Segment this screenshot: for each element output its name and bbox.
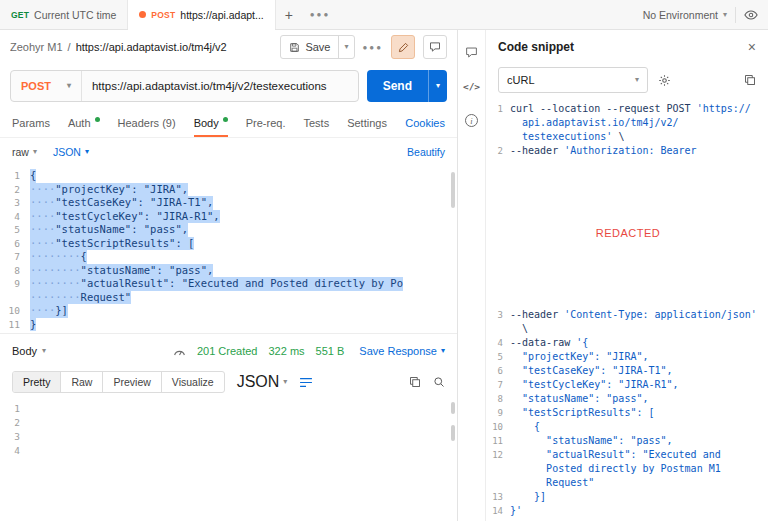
send-options-button[interactable]: ▾: [428, 70, 447, 102]
editor-scrollbar[interactable]: [451, 172, 455, 208]
request-tab-post-active[interactable]: POST https://api.adapt...: [128, 0, 275, 29]
editor-line: 9········"actualResult": "Executed and P…: [0, 277, 457, 291]
code-line: 12 "actualResult": "Executed and: [492, 448, 764, 462]
request-body-editor[interactable]: 1{2····"projectKey": "JIRA",3····"testCa…: [0, 166, 457, 333]
response-line: 2: [0, 416, 457, 430]
code-line: 8 "statusName": "pass",: [492, 392, 764, 406]
response-body-dropdown[interactable]: Body ▾: [12, 345, 46, 357]
line-number: 1: [0, 402, 30, 416]
code-snippet-panel: Code snippet × cURL ▾ 1curl --location: [486, 30, 768, 521]
response-status-badge[interactable]: 201 Created: [197, 345, 258, 357]
environment-selector[interactable]: No Environment ▾: [643, 9, 727, 21]
code-line: 14}': [492, 504, 764, 518]
comments-panel-toggle[interactable]: [423, 35, 447, 59]
breadcrumb-separator: /: [68, 41, 71, 53]
response-time[interactable]: 322 ms: [268, 345, 304, 357]
edit-panel-toggle[interactable]: [391, 35, 415, 59]
line-text: {: [30, 169, 36, 183]
editor-line: 11}: [0, 318, 457, 332]
line-text: Request": [510, 476, 594, 490]
save-options-button[interactable]: ▾: [339, 36, 353, 58]
line-number: 9: [0, 277, 30, 291]
response-scrollbar-mark[interactable]: [451, 425, 455, 441]
editor-line: 7········{: [0, 250, 457, 264]
response-tab-preview[interactable]: Preview: [102, 372, 160, 392]
body-language-dropdown[interactable]: JSON ▾: [53, 146, 89, 158]
response-size[interactable]: 551 B: [316, 345, 345, 357]
line-text: ····"testCaseKey": "JIRA-T1",: [30, 196, 213, 210]
line-text: "statusName": "pass",: [510, 392, 648, 406]
editor-line: 10····}]: [0, 304, 457, 318]
request-tab-get-utc[interactable]: GET Current UTC time: [0, 0, 128, 29]
network-gauge-icon[interactable]: [173, 345, 186, 356]
chevron-down-icon: ▾: [42, 347, 46, 355]
copy-response-icon[interactable]: [409, 376, 421, 388]
response-tab-visualize[interactable]: Visualize: [161, 372, 224, 392]
new-tab-button[interactable]: +: [276, 0, 302, 29]
code-snippet-body[interactable]: 1curl --location --request POST 'https:/…: [486, 96, 768, 521]
line-text: --header 'Content-Type: application/json…: [510, 308, 757, 322]
copy-snippet-icon[interactable]: [744, 74, 756, 86]
wrap-lines-icon[interactable]: [299, 377, 313, 388]
editor-line: 5····"statusName": "pass",: [0, 223, 457, 237]
line-text: {: [510, 420, 540, 434]
code-line: 4--data-raw '{: [492, 336, 764, 350]
comments-icon[interactable]: [465, 46, 478, 59]
close-icon[interactable]: ×: [748, 40, 756, 54]
line-number: [492, 116, 510, 130]
line-text: --data-raw '{: [510, 336, 588, 350]
request-tab-pre-req-[interactable]: Pre-req.: [246, 108, 286, 137]
request-pane: Zeohyr M1 / https://api.adaptavist.io/tm…: [0, 30, 458, 521]
info-icon[interactable]: i: [465, 114, 478, 127]
line-text: "statusName": "pass",: [510, 434, 673, 448]
request-tab-body[interactable]: Body: [194, 108, 228, 137]
line-number: 6: [492, 364, 510, 378]
line-text: }': [510, 504, 522, 518]
method-selector[interactable]: POST ▾: [11, 71, 82, 101]
code-snippet-toolbar: cURL ▾: [486, 64, 768, 96]
save-response-dropdown[interactable]: Save Response ▾: [359, 345, 445, 357]
request-tab-tests[interactable]: Tests: [303, 108, 329, 137]
chevron-down-icon: ▾: [441, 347, 445, 355]
response-actions: [409, 376, 445, 388]
code-icon[interactable]: </>: [463, 81, 480, 92]
cookies-link[interactable]: Cookies: [405, 117, 445, 129]
response-format-dropdown[interactable]: JSON ▾: [237, 373, 288, 391]
line-text: Posted directly by Postman M1: [510, 462, 721, 476]
url-input[interactable]: https://api.adaptavist.io/tm4j/v2/testex…: [82, 71, 337, 101]
beautify-link[interactable]: Beautify: [407, 146, 445, 158]
response-view-tabs: PrettyRawPreviewVisualize JSON ▾: [0, 367, 457, 397]
code-snippet-header: Code snippet ×: [486, 30, 768, 64]
search-response-icon[interactable]: [433, 376, 445, 388]
request-tab-headers-9-[interactable]: Headers (9): [118, 108, 176, 137]
request-tab-params[interactable]: Params: [12, 108, 50, 137]
request-tab-auth[interactable]: Auth: [68, 108, 100, 137]
code-line: 5 "projectKey": "JIRA",: [492, 350, 764, 364]
breadcrumb[interactable]: Zeohyr M1 / https://api.adaptavist.io/tm…: [10, 41, 227, 53]
more-actions-button[interactable]: ●●●: [363, 43, 384, 52]
snippet-settings-gear-icon[interactable]: [658, 74, 671, 87]
editor-line: ········Request": [0, 291, 457, 305]
response-tab-raw[interactable]: Raw: [60, 372, 102, 392]
line-number: [0, 291, 30, 305]
response-body-viewer[interactable]: 1234: [0, 397, 457, 521]
language-selector[interactable]: cURL ▾: [498, 67, 648, 93]
response-tab-pretty[interactable]: Pretty: [13, 372, 60, 392]
code-line: testexecutions' \: [492, 130, 764, 144]
body-mode-dropdown[interactable]: raw ▾: [12, 146, 37, 158]
save-button[interactable]: Save ▾: [280, 35, 354, 59]
editor-line: 8········"statusName": "pass",: [0, 264, 457, 278]
line-number: 8: [0, 264, 30, 278]
send-button[interactable]: Send ▾: [367, 70, 447, 102]
tab-options-button[interactable]: ●●●: [302, 0, 339, 29]
request-body-lines: 1{2····"projectKey": "JIRA",3····"testCa…: [0, 169, 457, 331]
tab-configured-dot: [95, 117, 100, 122]
line-text: "testScriptResults": [: [510, 406, 655, 420]
breadcrumb-request-name[interactable]: https://api.adaptavist.io/tm4j/v2: [76, 41, 227, 53]
line-text: "testCycleKey": "JIRA-R1",: [510, 378, 679, 392]
environment-quick-look-eye-icon[interactable]: [744, 8, 758, 22]
request-tab-settings[interactable]: Settings: [347, 108, 387, 137]
breadcrumb-collection[interactable]: Zeohyr M1: [10, 41, 63, 53]
divider: [735, 7, 736, 23]
response-scrollbar[interactable]: [451, 402, 455, 414]
